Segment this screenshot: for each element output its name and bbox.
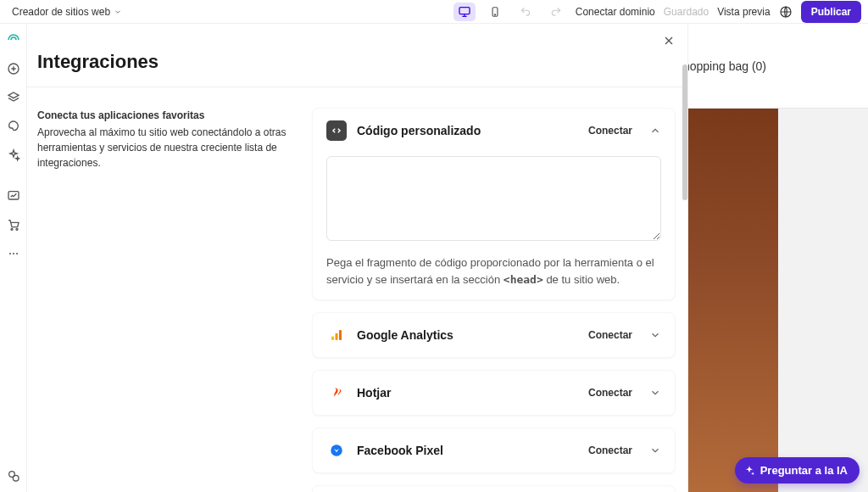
chevron-down-icon [649, 444, 661, 456]
desc-body: Aprovecha al máximo tu sitio web conectá… [37, 125, 292, 171]
brand-switcher[interactable]: Creador de sitios web [7, 4, 127, 20]
svg-point-10 [16, 253, 18, 254]
redo-button[interactable] [545, 3, 567, 21]
more-icon[interactable] [6, 246, 21, 261]
preview-link[interactable]: Vista previa [717, 6, 770, 18]
integration-custom-code: Código personalizado Conectar Pega el fr… [312, 108, 676, 300]
sparkle-icon [743, 465, 755, 477]
google-analytics-icon [326, 325, 347, 345]
integration-hotjar: Hotjar Conectar [312, 370, 676, 416]
connect-domain-link[interactable]: Conectar dominio [576, 6, 655, 18]
desktop-icon [458, 5, 471, 19]
analytics-icon[interactable] [6, 188, 21, 204]
device-desktop-button[interactable] [453, 3, 476, 21]
topbar: Creador de sitios web Conectar dominio G… [0, 0, 868, 24]
integration-header[interactable]: Código personalizado Conectar [326, 120, 661, 141]
chevron-down-icon [649, 329, 661, 341]
cart-icon[interactable] [6, 217, 21, 232]
integration-name: Hotjar [357, 386, 578, 400]
connect-label: Conectar [588, 444, 632, 456]
undo-button[interactable] [515, 3, 537, 21]
integration-messenger: Chat de Messenger Conectar [312, 485, 676, 492]
svg-rect-14 [336, 333, 338, 340]
hotjar-icon [326, 383, 347, 403]
code-icon [326, 120, 347, 141]
svg-point-2 [494, 14, 495, 14]
connect-label: Conectar [588, 329, 632, 341]
panel-description: Conecta tus aplicaciones favoritas Aprov… [37, 108, 292, 492]
facebook-pixel-icon [326, 440, 347, 461]
svg-point-8 [9, 253, 11, 254]
brand-label: Creador de sitios web [12, 6, 110, 18]
integrations-list: Código personalizado Conectar Pega el fr… [312, 108, 676, 492]
sparkle-icon[interactable] [6, 148, 21, 163]
shopping-bag-label: Shopping bag (0) [676, 59, 766, 73]
chevron-up-icon [649, 125, 661, 137]
integration-google-analytics: Google Analytics Conectar [312, 312, 676, 358]
integration-name: Código personalizado [357, 124, 578, 137]
svg-point-7 [16, 228, 18, 230]
code-hint: Pega el fragmento de código proporcionad… [326, 254, 661, 288]
integration-name: Google Analytics [357, 328, 578, 342]
desc-title: Conecta tus aplicaciones favoritas [37, 108, 292, 123]
ask-ai-button[interactable]: Preguntar a la IA [735, 457, 860, 484]
integration-header[interactable]: Facebook Pixel Conectar [326, 440, 661, 461]
paint-icon[interactable] [6, 119, 21, 134]
scrollbar[interactable] [682, 64, 687, 200]
redo-icon [550, 6, 562, 18]
svg-point-12 [13, 475, 19, 481]
svg-rect-13 [331, 337, 334, 341]
connect-label: Conectar [588, 125, 632, 137]
ask-ai-label: Preguntar a la IA [760, 464, 848, 477]
custom-code-textarea[interactable] [326, 156, 661, 241]
device-mobile-button[interactable] [484, 3, 506, 21]
add-icon[interactable] [6, 61, 21, 76]
saved-status: Guardado [664, 6, 709, 18]
panel-title: Integraciones [37, 51, 670, 73]
globe-icon[interactable] [779, 5, 793, 19]
close-button[interactable] [662, 34, 676, 48]
integration-facebook-pixel: Facebook Pixel Conectar [312, 428, 676, 473]
chevron-down-icon [114, 8, 122, 16]
close-icon [662, 34, 676, 48]
svg-rect-15 [339, 330, 342, 340]
logo-icon[interactable] [6, 32, 21, 48]
integration-header[interactable]: Google Analytics Conectar [326, 325, 661, 345]
connect-label: Conectar [588, 387, 632, 399]
chevron-down-icon [649, 387, 661, 399]
undo-icon [520, 6, 531, 18]
publish-button[interactable]: Publicar [801, 1, 861, 23]
svg-rect-0 [459, 7, 470, 14]
left-rail [0, 24, 27, 492]
integration-header[interactable]: Hotjar Conectar [326, 383, 661, 403]
integrations-panel: Integraciones Conecta tus aplicaciones f… [27, 24, 688, 492]
svg-point-6 [11, 228, 13, 230]
svg-point-9 [13, 253, 14, 254]
settings-stack-icon[interactable] [6, 468, 21, 484]
svg-rect-5 [8, 192, 19, 199]
integration-name: Facebook Pixel [357, 444, 578, 457]
mobile-icon [489, 6, 501, 18]
layers-icon[interactable] [6, 90, 21, 105]
